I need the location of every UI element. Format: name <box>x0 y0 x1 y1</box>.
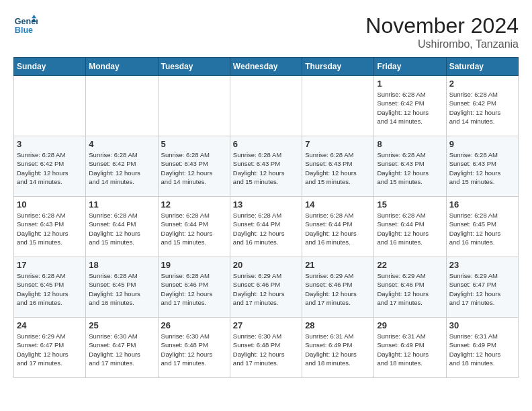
calendar-cell: 12Sunrise: 6:28 AM Sunset: 6:44 PM Dayli… <box>158 197 230 257</box>
day-number: 6 <box>233 139 299 149</box>
calendar-cell: 8Sunrise: 6:28 AM Sunset: 6:43 PM Daylig… <box>374 136 446 197</box>
day-number: 15 <box>377 199 443 210</box>
calendar-cell <box>158 76 230 136</box>
location: Ushirombo, Tanzania <box>365 38 519 50</box>
page-header: General Blue November 2024 Ushirombo, Ta… <box>13 13 519 50</box>
day-number: 3 <box>17 139 83 149</box>
day-info: Sunrise: 6:29 AM Sunset: 6:46 PM Dayligh… <box>233 271 299 307</box>
day-number: 23 <box>449 260 515 270</box>
calendar-cell: 16Sunrise: 6:28 AM Sunset: 6:45 PM Dayli… <box>446 197 518 257</box>
week-row-1: 1Sunrise: 6:28 AM Sunset: 6:42 PM Daylig… <box>14 76 519 136</box>
day-number: 4 <box>89 139 154 149</box>
column-header-thursday: Thursday <box>302 58 374 76</box>
calendar-cell: 30Sunrise: 6:31 AM Sunset: 6:49 PM Dayli… <box>446 318 518 378</box>
day-info: Sunrise: 6:30 AM Sunset: 6:48 PM Dayligh… <box>161 332 227 367</box>
day-info: Sunrise: 6:29 AM Sunset: 6:46 PM Dayligh… <box>305 271 371 307</box>
day-info: Sunrise: 6:30 AM Sunset: 6:47 PM Dayligh… <box>89 332 154 367</box>
day-info: Sunrise: 6:28 AM Sunset: 6:42 PM Dayligh… <box>449 90 515 126</box>
month-title: November 2024 <box>365 13 519 38</box>
day-number: 29 <box>377 320 443 330</box>
day-number: 28 <box>305 320 371 330</box>
day-number: 13 <box>233 199 299 210</box>
day-number: 1 <box>377 79 443 89</box>
day-number: 8 <box>377 139 443 149</box>
column-header-monday: Monday <box>86 58 158 76</box>
calendar-cell <box>86 76 158 136</box>
calendar-cell: 17Sunrise: 6:28 AM Sunset: 6:45 PM Dayli… <box>14 257 86 318</box>
calendar-cell <box>14 76 86 136</box>
day-info: Sunrise: 6:28 AM Sunset: 6:45 PM Dayligh… <box>89 271 154 307</box>
day-number: 30 <box>449 320 515 330</box>
day-info: Sunrise: 6:28 AM Sunset: 6:43 PM Dayligh… <box>233 150 299 186</box>
logo-icon: General Blue <box>13 13 38 38</box>
day-number: 26 <box>161 320 227 330</box>
column-header-friday: Friday <box>374 58 446 76</box>
calendar-cell: 26Sunrise: 6:30 AM Sunset: 6:48 PM Dayli… <box>158 318 230 378</box>
day-info: Sunrise: 6:29 AM Sunset: 6:46 PM Dayligh… <box>377 271 443 307</box>
day-info: Sunrise: 6:28 AM Sunset: 6:44 PM Dayligh… <box>89 211 154 246</box>
day-number: 21 <box>305 260 371 270</box>
day-number: 12 <box>161 199 227 210</box>
calendar-cell: 18Sunrise: 6:28 AM Sunset: 6:45 PM Dayli… <box>86 257 158 318</box>
week-row-5: 24Sunrise: 6:29 AM Sunset: 6:47 PM Dayli… <box>14 318 519 378</box>
column-header-sunday: Sunday <box>14 58 86 76</box>
calendar-cell: 28Sunrise: 6:31 AM Sunset: 6:49 PM Dayli… <box>302 318 374 378</box>
calendar-cell: 7Sunrise: 6:28 AM Sunset: 6:43 PM Daylig… <box>302 136 374 197</box>
day-info: Sunrise: 6:28 AM Sunset: 6:44 PM Dayligh… <box>161 211 227 246</box>
calendar-cell <box>230 76 302 136</box>
day-number: 10 <box>17 199 83 210</box>
week-row-4: 17Sunrise: 6:28 AM Sunset: 6:45 PM Dayli… <box>14 257 519 318</box>
day-number: 16 <box>449 199 515 210</box>
calendar-cell: 25Sunrise: 6:30 AM Sunset: 6:47 PM Dayli… <box>86 318 158 378</box>
day-info: Sunrise: 6:30 AM Sunset: 6:48 PM Dayligh… <box>233 332 299 367</box>
day-number: 18 <box>89 260 154 270</box>
calendar-cell: 19Sunrise: 6:28 AM Sunset: 6:46 PM Dayli… <box>158 257 230 318</box>
day-number: 24 <box>17 320 83 330</box>
calendar-cell: 24Sunrise: 6:29 AM Sunset: 6:47 PM Dayli… <box>14 318 86 378</box>
header-row: SundayMondayTuesdayWednesdayThursdayFrid… <box>14 58 519 76</box>
day-number: 2 <box>449 79 515 89</box>
calendar-cell: 9Sunrise: 6:28 AM Sunset: 6:43 PM Daylig… <box>446 136 518 197</box>
day-number: 5 <box>161 139 227 149</box>
calendar-cell: 10Sunrise: 6:28 AM Sunset: 6:43 PM Dayli… <box>14 197 86 257</box>
calendar-cell: 20Sunrise: 6:29 AM Sunset: 6:46 PM Dayli… <box>230 257 302 318</box>
title-section: November 2024 Ushirombo, Tanzania <box>365 13 519 50</box>
day-number: 20 <box>233 260 299 270</box>
calendar-cell: 23Sunrise: 6:29 AM Sunset: 6:47 PM Dayli… <box>446 257 518 318</box>
day-info: Sunrise: 6:31 AM Sunset: 6:49 PM Dayligh… <box>449 332 515 367</box>
day-info: Sunrise: 6:28 AM Sunset: 6:46 PM Dayligh… <box>161 271 227 307</box>
calendar-cell: 1Sunrise: 6:28 AM Sunset: 6:42 PM Daylig… <box>374 76 446 136</box>
day-info: Sunrise: 6:31 AM Sunset: 6:49 PM Dayligh… <box>305 332 371 367</box>
calendar-cell: 5Sunrise: 6:28 AM Sunset: 6:43 PM Daylig… <box>158 136 230 197</box>
calendar-cell: 6Sunrise: 6:28 AM Sunset: 6:43 PM Daylig… <box>230 136 302 197</box>
day-info: Sunrise: 6:28 AM Sunset: 6:43 PM Dayligh… <box>449 150 515 186</box>
day-number: 22 <box>377 260 443 270</box>
day-info: Sunrise: 6:28 AM Sunset: 6:43 PM Dayligh… <box>17 211 83 246</box>
day-info: Sunrise: 6:29 AM Sunset: 6:47 PM Dayligh… <box>17 332 83 367</box>
day-info: Sunrise: 6:28 AM Sunset: 6:42 PM Dayligh… <box>89 150 154 186</box>
day-info: Sunrise: 6:28 AM Sunset: 6:45 PM Dayligh… <box>17 271 83 307</box>
day-number: 17 <box>17 260 83 270</box>
calendar-cell: 27Sunrise: 6:30 AM Sunset: 6:48 PM Dayli… <box>230 318 302 378</box>
day-number: 19 <box>161 260 227 270</box>
calendar-cell: 13Sunrise: 6:28 AM Sunset: 6:44 PM Dayli… <box>230 197 302 257</box>
calendar-table: SundayMondayTuesdayWednesdayThursdayFrid… <box>13 57 519 378</box>
day-number: 27 <box>233 320 299 330</box>
day-info: Sunrise: 6:28 AM Sunset: 6:44 PM Dayligh… <box>377 211 443 246</box>
day-info: Sunrise: 6:28 AM Sunset: 6:43 PM Dayligh… <box>305 150 371 186</box>
calendar-cell: 11Sunrise: 6:28 AM Sunset: 6:44 PM Dayli… <box>86 197 158 257</box>
day-info: Sunrise: 6:28 AM Sunset: 6:44 PM Dayligh… <box>305 211 371 246</box>
day-number: 7 <box>305 139 371 149</box>
day-number: 11 <box>89 199 154 210</box>
day-info: Sunrise: 6:28 AM Sunset: 6:42 PM Dayligh… <box>377 90 443 126</box>
day-number: 25 <box>89 320 154 330</box>
day-info: Sunrise: 6:28 AM Sunset: 6:43 PM Dayligh… <box>161 150 227 186</box>
calendar-cell: 3Sunrise: 6:28 AM Sunset: 6:42 PM Daylig… <box>14 136 86 197</box>
calendar-cell: 4Sunrise: 6:28 AM Sunset: 6:42 PM Daylig… <box>86 136 158 197</box>
column-header-saturday: Saturday <box>446 58 518 76</box>
calendar-cell: 14Sunrise: 6:28 AM Sunset: 6:44 PM Dayli… <box>302 197 374 257</box>
logo: General Blue <box>13 13 38 38</box>
calendar-cell: 22Sunrise: 6:29 AM Sunset: 6:46 PM Dayli… <box>374 257 446 318</box>
day-number: 14 <box>305 199 371 210</box>
calendar-cell <box>302 76 374 136</box>
